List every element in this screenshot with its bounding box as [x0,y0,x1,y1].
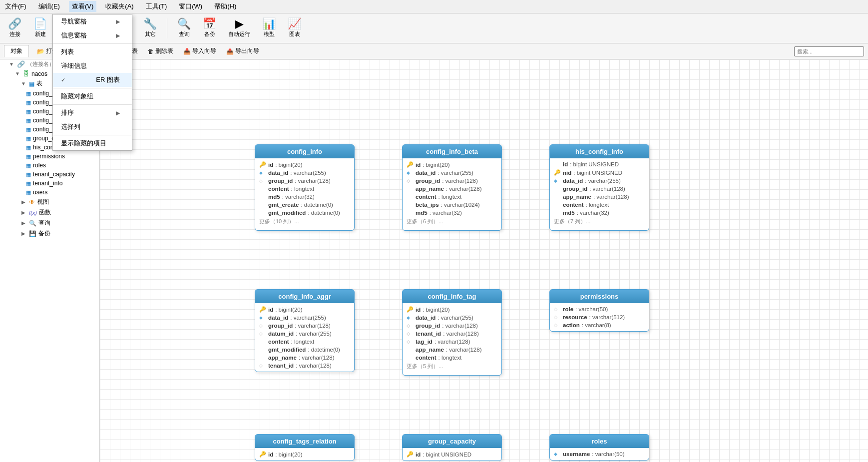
toolbar-model[interactable]: 📊 模型 [258,16,280,40]
delete-table-btn[interactable]: 🗑删除表 [144,45,177,57]
arrow-icon: ▶ [116,18,120,25]
table-icon-3: ▦ [26,108,31,115]
er-field: app_name: varchar(128) [550,193,649,201]
sidebar-item-users[interactable]: ▦ users [0,188,99,197]
toolbar-autorun[interactable]: ▶ 自动运行 [224,16,254,40]
table-icon-10: ▦ [26,171,31,178]
er-area[interactable]: config_info 🔑id: bigint(20) ◆data_id: va… [100,59,868,462]
sidebar-item-tenant_capacity[interactable]: ▦ tenant_capacity [0,170,99,179]
toolbar-chart[interactable]: 📈 图表 [284,16,305,40]
er-field: ◇tag_id: varchar(128) [403,338,501,346]
views-expand-icon: ▶ [20,199,27,205]
menu-tools[interactable]: 工具(T) [143,1,170,12]
menu-file[interactable]: 文件(F) [2,1,29,12]
sidebar-item-roles[interactable]: ▦ roles [0,161,99,170]
menu-navigation-pane[interactable]: 导航窗格 ▶ [53,14,132,28]
menu-er-chart[interactable]: ✓ ER 图表 [53,73,132,87]
er-field: app_name: varchar(128) [403,185,501,193]
menu-view[interactable]: 查看(V) [69,1,96,12]
key-icon: 🔑 [407,306,414,313]
key-icon: 🔑 [259,451,266,458]
menu-window[interactable]: 窗口(W) [176,1,205,12]
diamond-icon: ◇ [407,323,414,328]
er-field: ◆data_id: varchar(255) [403,314,501,322]
sidebar-queries[interactable]: ▶ 🔍 查询 [0,218,99,228]
er-field: gmt_modified: datetime(0) [255,209,354,217]
sidebar-views[interactable]: ▶ 👁 视图 [0,197,99,207]
er-table-header-config_info_aggr: config_info_aggr [255,290,354,303]
search-input[interactable] [794,46,864,56]
toolbar-backup[interactable]: 📅 备份 [199,16,220,40]
menu-edit[interactable]: 编辑(E) [35,1,63,12]
diamond-icon: ◇ [259,178,266,183]
er-table-config_info_beta[interactable]: config_info_beta 🔑id: bigint(20) ◆data_i… [402,144,502,231]
menu-select-cols[interactable]: 选择列 [53,120,132,134]
menu-sort[interactable]: 排序 ▶ [53,106,132,120]
toolbar-query[interactable]: 🔍 查询 [173,16,195,40]
er-field: md5: varchar(32) [255,193,354,201]
menu-help[interactable]: 帮助(H) [211,1,239,12]
import-btn[interactable]: 📥导入向导 [179,45,220,57]
toolbar-query-label: 查询 [179,30,190,38]
key-icon: 🔑 [554,169,561,176]
er-table-group_capacity[interactable]: group_capacity 🔑id: bigint UNSIGNED [402,434,502,461]
er-table-body: 🔑id: bigint(20) [255,448,354,461]
er-table-body: id: bigint UNSIGNED 🔑nid: bigint UNSIGNE… [550,158,649,230]
er-field: gmt_create: datetime(0) [255,201,354,209]
sidebar-functions[interactable]: ▶ f(x) 函数 [0,207,99,218]
tab-object[interactable]: 对象 [4,45,29,57]
er-table-header-config_tags_relation: config_tags_relation [255,435,354,448]
er-table-body: 🔑id: bigint(20) ◆data_id: varchar(255) ◇… [255,303,354,372]
toolbar-new[interactable]: 📄 新建 [29,16,51,40]
er-table-his_config_info[interactable]: his_config_info id: bigint UNSIGNED 🔑nid… [549,144,649,231]
toolbar-connect[interactable]: 🔗 连接 [4,16,25,40]
er-more: 更多（7 列）... [550,217,649,228]
menu-favorites[interactable]: 收藏夹(A) [102,1,136,12]
er-field: 🔑id: bigint(20) [255,305,354,314]
er-table-config_tags_relation[interactable]: config_tags_relation 🔑id: bigint(20) [255,434,355,461]
connection-icon: 🔗 [17,60,25,68]
er-field: id: bigint UNSIGNED [550,160,649,168]
menu-info-pane[interactable]: 信息窗格 ▶ [53,28,132,42]
er-field: content: longtext [403,354,501,362]
diamond-teal-icon: ◆ [259,315,266,320]
er-table-permissions[interactable]: permissions ◇role: varchar(50) ◇resource… [549,289,649,332]
er-field: md5: varchar(32) [403,209,501,217]
er-table-header-config_info_beta: config_info_beta [403,145,501,158]
er-field: group_id: varchar(128) [550,185,649,193]
dropdown-sep-3 [53,104,132,105]
sidebar-item-tenant_info[interactable]: ▦ tenant_info [0,179,99,188]
diamond-teal-icon: ◆ [554,452,561,457]
diamond-teal-icon: ◆ [407,315,414,320]
er-more: 更多（6 列）... [403,217,501,228]
sidebar-item-permissions[interactable]: ▦ permissions [0,152,99,161]
checkmark-icon: ✓ [61,77,65,83]
er-field: content: longtext [550,201,649,209]
sidebar-backup[interactable]: ▶ 💾 备份 [0,228,99,239]
er-field: 🔑id: bigint(20) [403,305,501,314]
er-table-config_info[interactable]: config_info 🔑id: bigint(20) ◆data_id: va… [255,144,355,231]
menu-list[interactable]: 列表 [53,45,132,59]
menu-hide-group[interactable]: 隐藏对象组 [53,89,132,103]
menu-details[interactable]: 详细信息 [53,59,132,73]
connection-label: （连接名） [27,60,54,68]
open-table-icon: 📂 [37,48,44,55]
er-table-header-roles: roles [550,435,649,448]
er-table-config_info_aggr[interactable]: config_info_aggr 🔑id: bigint(20) ◆data_i… [255,289,355,372]
er-table-roles[interactable]: roles ◆username: varchar(50) [549,434,649,461]
toolbar-chart-label: 图表 [289,30,300,38]
menu-show-hidden[interactable]: 显示隐藏的项目 [53,136,132,150]
table-icon-9: ▦ [26,162,31,169]
table-icon-5: ▦ [26,126,31,133]
table-icon: ▦ [26,90,31,97]
er-field: 🔑id: bigint(20) [403,160,501,169]
er-field: md5: varchar(32) [550,209,649,217]
er-table-config_info_tag[interactable]: config_info_tag 🔑id: bigint(20) ◆data_id… [402,289,502,376]
diamond-icon: ◇ [259,323,266,328]
er-field: ◆data_id: varchar(255) [255,314,354,322]
key-icon: 🔑 [407,161,414,168]
toolbar-other[interactable]: 🔧 其它 [139,16,161,40]
table-icon-4: ▦ [26,117,31,124]
export-btn[interactable]: 📤导出向导 [222,45,263,57]
diamond-icon: ◇ [554,307,561,312]
